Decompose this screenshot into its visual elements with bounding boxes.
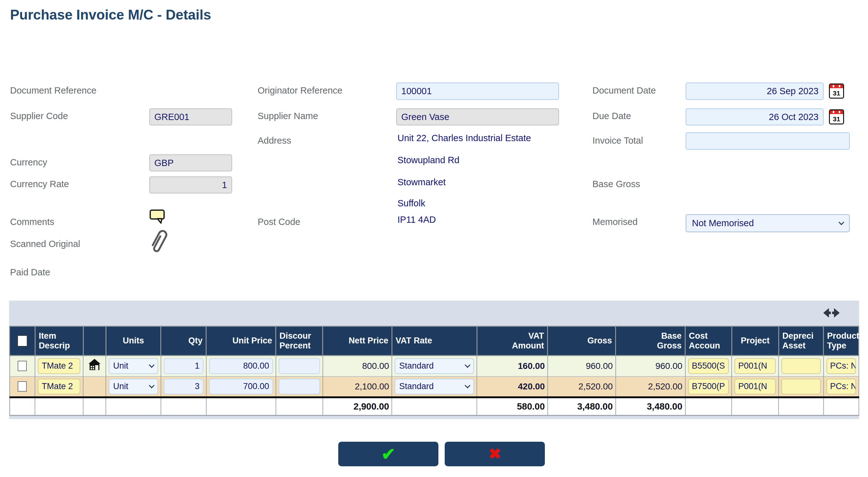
col-vat-amount: VAT Amount: [511, 331, 544, 351]
select-all-checkbox[interactable]: [17, 335, 27, 347]
due-date-field[interactable]: 26 Oct 2023: [686, 109, 824, 125]
chevron-down-icon: [149, 383, 154, 388]
purchase-invoice-details-page: Purchase Invoice M/C - Details Document …: [0, 0, 868, 477]
memorised-select[interactable]: Not Memorised: [686, 214, 850, 232]
currency-rate-label: Currency Rate: [10, 179, 69, 189]
project-input[interactable]: P001(N: [735, 358, 776, 374]
document-reference-label: Document Reference: [10, 85, 96, 96]
originator-reference-field[interactable]: 100001: [396, 83, 559, 100]
invoice-total-field[interactable]: [686, 132, 850, 150]
base-gross-value: 960.00: [616, 356, 685, 377]
col-unit-price: Unit Price: [206, 326, 276, 356]
qty-input[interactable]: 1: [164, 358, 204, 374]
nett-price-value: 2,100.00: [323, 377, 392, 397]
document-date-calendar-icon[interactable]: 31: [829, 84, 844, 99]
item-description-input[interactable]: TMate 2: [38, 379, 80, 394]
invoice-lines-table: Item Descrip Units Qty Unit Price Discou…: [9, 326, 859, 416]
col-nett-price: Nett Price: [323, 326, 392, 356]
confirm-button[interactable]: ✔: [338, 442, 438, 466]
memorised-selected-value: Not Memorised: [692, 218, 754, 229]
units-select[interactable]: Unit: [108, 358, 158, 374]
unit-price-input[interactable]: 800.00: [209, 358, 273, 374]
table-row: TMate 2 Unit 3 700.00 2,100.00 Standard …: [10, 377, 859, 397]
col-discount-percent: Discour Percent: [279, 331, 314, 351]
col-qty: Qty: [161, 326, 206, 356]
supplier-name-field: Green Vase: [396, 109, 559, 125]
red-x-icon: ✖: [489, 446, 501, 461]
green-check-icon: ✔: [381, 446, 395, 463]
product-type-input[interactable]: PCs: No: [827, 358, 856, 374]
vat-amount-value: 420.00: [477, 377, 548, 397]
project-input[interactable]: P001(N: [735, 379, 776, 394]
col-depreciating-asset: Depreci Asset: [782, 331, 815, 351]
units-select[interactable]: Unit: [108, 379, 158, 394]
document-date-label: Document Date: [592, 85, 656, 96]
chevron-down-icon: [465, 383, 470, 388]
discount-percent-input[interactable]: [279, 379, 320, 394]
horizontal-resize-icon[interactable]: [823, 308, 840, 319]
col-units: Units: [106, 326, 161, 356]
warehouse-icon-cell: [83, 377, 106, 397]
base-gross-label: Base Gross: [592, 179, 640, 189]
product-type-input[interactable]: PCs: No: [827, 379, 856, 394]
due-date-calendar-icon[interactable]: 31: [829, 109, 844, 124]
document-date-field[interactable]: 26 Sep 2023: [686, 83, 824, 100]
col-product-type: Product Type: [827, 331, 860, 351]
warehouse-icon-cell: [83, 356, 106, 377]
item-description-input[interactable]: TMate 2: [38, 358, 80, 374]
col-cost-account: Cost Accoun: [689, 331, 720, 351]
address-line-1: Unit 22, Charles Industrial Estate: [398, 133, 531, 143]
unit-price-input[interactable]: 700.00: [209, 379, 273, 394]
warehouse-icon[interactable]: [88, 359, 101, 371]
paid-date-label: Paid Date: [10, 267, 50, 277]
col-row-icon: [83, 326, 106, 356]
supplier-name-label: Supplier Name: [258, 111, 318, 121]
currency-label: Currency: [10, 157, 47, 168]
chevron-down-icon: [465, 362, 470, 368]
address-label: Address: [258, 136, 291, 146]
discount-percent-input[interactable]: [279, 358, 320, 374]
comments-icon[interactable]: [149, 209, 166, 226]
cost-account-input[interactable]: B7500(P: [688, 379, 729, 394]
post-code-label: Post Code: [258, 217, 300, 227]
base-gross-value: 2,520.00: [616, 377, 685, 397]
depreciating-asset-input[interactable]: [781, 358, 820, 374]
memorised-label: Memorised: [592, 217, 638, 227]
supplier-code-field: GRE001: [149, 109, 232, 125]
due-date-label: Due Date: [592, 111, 631, 121]
originator-reference-label: Originator Reference: [258, 85, 342, 96]
nett-price-value: 800.00: [323, 356, 392, 377]
paperclip-icon[interactable]: [145, 225, 173, 259]
grid-header-row: Item Descrip Units Qty Unit Price Discou…: [10, 326, 859, 356]
vat-rate-select[interactable]: Standard: [395, 358, 474, 374]
depreciating-asset-input[interactable]: [781, 379, 820, 394]
total-gross: 3,480.00: [548, 397, 616, 416]
gross-value: 960.00: [548, 356, 616, 377]
supplier-code-label: Supplier Code: [10, 111, 68, 121]
qty-input[interactable]: 3: [164, 379, 204, 394]
invoice-lines-grid-panel: Item Descrip Units Qty Unit Price Discou…: [9, 301, 859, 419]
total-vat-amount: 580.00: [477, 397, 548, 416]
address-line-2: Stowupland Rd: [398, 155, 460, 166]
col-vat-rate: VAT Rate: [392, 326, 477, 356]
gross-value: 2,520.00: [548, 377, 616, 397]
cost-account-input[interactable]: B5500(S: [688, 358, 729, 374]
row-checkbox[interactable]: [18, 381, 27, 392]
row-checkbox[interactable]: [18, 361, 27, 371]
comments-label: Comments: [10, 217, 54, 227]
vat-rate-select[interactable]: Standard: [395, 379, 474, 394]
page-title: Purchase Invoice M/C - Details: [10, 7, 211, 23]
currency-field: GBP: [149, 154, 232, 171]
col-item-description: Item Descrip: [39, 331, 72, 351]
total-base-gross: 3,480.00: [616, 397, 685, 416]
table-row: TMate 2 Unit 1 80: [10, 356, 859, 377]
total-nett-price: 2,900.00: [323, 397, 392, 416]
grid-toolbar: [9, 301, 859, 326]
address-line-3: Stowmarket: [398, 177, 446, 187]
address-line-4: Suffolk: [398, 198, 425, 209]
currency-rate-field: 1: [149, 176, 232, 193]
col-base-gross: Base Gross: [655, 331, 682, 351]
totals-row: 2,900.00 580.00 3,480.00 3,480.00: [10, 397, 859, 416]
post-code-value: IP11 4AD: [398, 214, 436, 225]
cancel-button[interactable]: ✖: [445, 442, 545, 466]
